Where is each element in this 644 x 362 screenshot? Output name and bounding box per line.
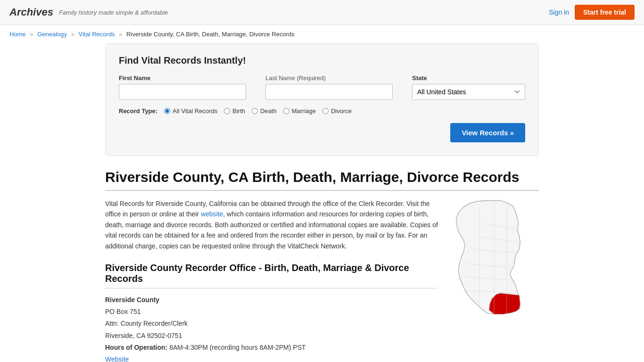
address-line2: Attn: County Recorder/Clerk — [105, 318, 438, 329]
search-fields: First Name Last Name (Required) State Al… — [119, 74, 525, 100]
breadcrumb-current: Riverside County, CA Birth, Death, Marri… — [126, 31, 295, 38]
state-group: State All United States — [412, 74, 525, 100]
california-map — [449, 198, 539, 362]
search-box: Find Vital Records Instantly! First Name… — [105, 43, 539, 156]
sub-heading: Riverside County Recorder Office - Birth… — [105, 263, 438, 288]
record-type-divorce[interactable]: Divorce — [322, 107, 352, 115]
header-left: Archives Family history made simple & af… — [9, 6, 168, 18]
record-type-row: Record Type: All Vital Records Birth Dea… — [119, 107, 525, 115]
first-name-group: First Name — [119, 74, 258, 100]
site-header: Archives Family history made simple & af… — [0, 0, 644, 25]
hours-of-operation: Hours of Operation: 8AM-4:30PM (recordin… — [105, 342, 438, 354]
last-name-group: Last Name (Required) — [265, 74, 405, 100]
content-text: Vital Records for Riverside County, Cali… — [105, 198, 438, 362]
site-tagline: Family history made simple & affordable — [59, 9, 168, 16]
record-type-marriage-radio[interactable] — [283, 108, 289, 114]
start-trial-button[interactable]: Start free trial — [575, 5, 635, 20]
main-container: Find Vital Records Instantly! First Name… — [96, 43, 548, 362]
header-right: Sign in Start free trial — [549, 5, 635, 20]
record-type-birth-radio[interactable] — [224, 108, 230, 114]
last-name-label: Last Name (Required) — [265, 74, 405, 82]
website-link[interactable]: website — [201, 210, 223, 218]
sign-in-link[interactable]: Sign in — [549, 8, 569, 16]
address-block: Riverside County PO Box 751 Attn: County… — [105, 294, 438, 362]
page-title: Riverside County, CA Birth, Death, Marri… — [105, 169, 539, 191]
breadcrumb-vital-records[interactable]: Vital Records — [79, 31, 115, 38]
county-name: Riverside County — [105, 294, 438, 306]
record-type-death[interactable]: Death — [252, 107, 277, 115]
address-line1: PO Box 751 — [105, 306, 438, 318]
breadcrumb-sep3: » — [119, 31, 122, 38]
view-records-row: View Records » — [119, 123, 525, 142]
page-description: Vital Records for Riverside County, Cali… — [105, 198, 438, 251]
content-section: Vital Records for Riverside County, Cali… — [105, 198, 539, 362]
record-type-birth[interactable]: Birth — [224, 107, 245, 115]
record-type-death-radio[interactable] — [252, 108, 258, 114]
first-name-input[interactable] — [119, 84, 246, 100]
first-name-label: First Name — [119, 74, 258, 82]
search-title: Find Vital Records Instantly! — [119, 55, 525, 66]
record-type-all-radio[interactable] — [164, 108, 170, 114]
record-type-label: Record Type: — [119, 107, 157, 115]
state-label: State — [412, 74, 525, 82]
breadcrumb-home[interactable]: Home — [9, 31, 26, 38]
address-line3: Riverside, CA 92502-0751 — [105, 330, 438, 342]
breadcrumb-sep2: » — [71, 31, 74, 38]
breadcrumb: Home » Genealogy » Vital Records » River… — [0, 25, 644, 43]
website-footer-anchor[interactable]: Website — [105, 355, 129, 362]
ca-map-svg — [449, 198, 539, 316]
view-records-button[interactable]: View Records » — [450, 123, 525, 142]
state-select[interactable]: All United States — [412, 84, 525, 100]
website-footer-link: Website — [105, 354, 438, 362]
breadcrumb-sep1: » — [30, 31, 33, 38]
record-type-all[interactable]: All Vital Records — [164, 107, 217, 115]
record-type-divorce-radio[interactable] — [322, 108, 329, 114]
site-logo: Archives — [9, 6, 53, 18]
breadcrumb-genealogy[interactable]: Genealogy — [37, 31, 67, 38]
record-type-marriage[interactable]: Marriage — [283, 107, 316, 115]
last-name-input[interactable] — [265, 84, 393, 100]
